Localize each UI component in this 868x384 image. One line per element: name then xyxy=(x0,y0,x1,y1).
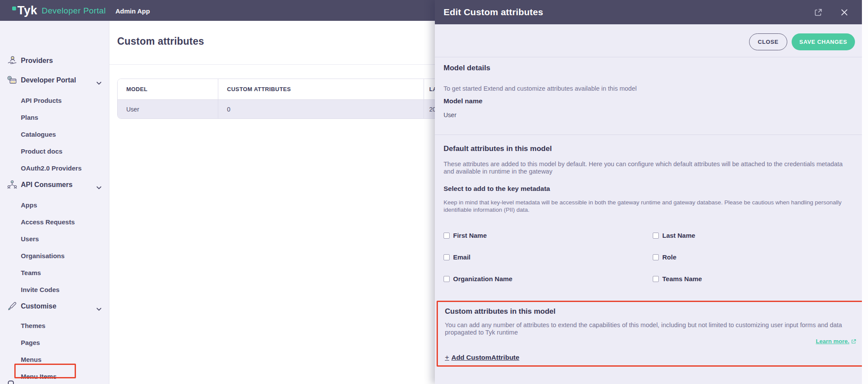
app-window: Tyk Developer Portal Admin App Providers xyxy=(0,0,868,384)
chevron-down-icon xyxy=(96,79,102,87)
checkbox-teams-name[interactable]: Teams Name xyxy=(653,275,702,282)
providers-icon xyxy=(6,55,18,66)
sidebar-item-label: Themes xyxy=(21,322,46,329)
custom-attributes-description: You can add any number of attributes to … xyxy=(445,322,855,336)
cell-model: User xyxy=(118,100,218,118)
learn-more-link[interactable]: Learn more. xyxy=(816,338,856,345)
edit-drawer: Edit Custom attributes CLOSE SAVE CHANGE… xyxy=(435,0,868,384)
default-attributes-heading: Default attributes in this model xyxy=(444,144,552,153)
checkbox-label: Last Name xyxy=(662,232,695,239)
checkbox-icon[interactable] xyxy=(653,233,659,239)
drawer-action-bar: CLOSE SAVE CHANGES xyxy=(749,33,855,50)
close-icon[interactable] xyxy=(839,7,849,17)
checkbox-last-name[interactable]: Last Name xyxy=(653,232,695,239)
sidebar-item-developer-portal[interactable]: Developer Portal xyxy=(0,75,109,85)
sidebar-item-users[interactable]: Users xyxy=(0,233,109,244)
checkbox-icon[interactable] xyxy=(653,276,659,282)
sidebar-item-teams[interactable]: Teams xyxy=(0,267,109,278)
custom-attributes-heading: Custom attributes in this model xyxy=(445,307,556,316)
sidebar-item-pages[interactable]: Pages xyxy=(0,337,109,348)
sidebar-item-menus[interactable]: Menus xyxy=(0,354,109,364)
divider xyxy=(435,135,862,135)
sidebar-item-label: Catalogues xyxy=(21,131,56,138)
learn-more-label: Learn more. xyxy=(816,338,849,345)
checkbox-email[interactable]: Email xyxy=(444,253,470,261)
sidebar-item-label: Product docs xyxy=(21,148,62,155)
sidebar-item-apps[interactable]: Apps xyxy=(0,200,109,210)
sidebar-item-providers[interactable]: Providers xyxy=(0,56,109,66)
checkbox-icon[interactable] xyxy=(444,276,450,282)
model-name-value: User xyxy=(444,112,457,118)
sidebar-item-label: Organisations xyxy=(21,252,65,259)
add-custom-attribute-button[interactable]: + Add CustomAttribute xyxy=(445,353,519,362)
checkbox-role[interactable]: Role xyxy=(653,253,677,261)
sidebar: Providers Developer Portal API Products xyxy=(0,21,109,384)
checkbox-icon[interactable] xyxy=(444,254,450,260)
sidebar-item-themes[interactable]: Themes xyxy=(0,320,109,331)
drawer-header: Edit Custom attributes xyxy=(435,0,862,24)
checkbox-icon[interactable] xyxy=(444,233,450,239)
add-custom-attribute-label: Add CustomAttribute xyxy=(451,354,519,361)
close-button[interactable]: CLOSE xyxy=(749,33,787,50)
drawer-scrollbar[interactable] xyxy=(862,0,868,384)
key-metadata-note: Keep in mind that key-level metadata wil… xyxy=(444,199,852,213)
sidebar-item-label: Menus xyxy=(21,356,42,363)
tyk-logo-square-icon xyxy=(12,7,16,10)
sidebar-item-label: API Consumers xyxy=(21,181,72,189)
sidebar-item-api-products[interactable]: API Products xyxy=(0,95,109,105)
sidebar-item-catalogues[interactable]: Catalogues xyxy=(0,129,109,139)
sidebar-item-menu-items[interactable]: Menu Items xyxy=(0,371,109,381)
key-metadata-subheading: Select to add to the key metadata xyxy=(444,185,550,193)
sidebar-item-product-docs[interactable]: Product docs xyxy=(0,146,109,156)
sidebar-item-label: Developer Portal xyxy=(21,76,76,84)
sidebar-item-label: Providers xyxy=(21,57,53,65)
model-name-label: Model name xyxy=(444,97,483,105)
drawer-title: Edit Custom attributes xyxy=(444,7,543,17)
checkbox-first-name[interactable]: First Name xyxy=(444,232,487,239)
sidebar-item-label: Invite Codes xyxy=(21,286,59,293)
sidebar-item-api-consumers[interactable]: API Consumers xyxy=(0,180,109,190)
sidebar-item-plans[interactable]: Plans xyxy=(0,112,109,122)
chevron-down-icon xyxy=(96,184,102,191)
sidebar-item-label: OAuth2.0 Providers xyxy=(21,164,82,172)
checkbox-icon[interactable] xyxy=(653,254,659,260)
chevron-down-icon xyxy=(96,305,102,313)
customise-icon xyxy=(6,301,18,312)
developer-portal-icon xyxy=(6,75,18,86)
column-header-custom-attributes[interactable]: CUSTOM ATTRIBUTES xyxy=(218,79,424,99)
tyk-logo[interactable]: Tyk Developer Portal xyxy=(12,4,106,17)
table-row[interactable]: User 0 20 xyxy=(118,99,460,118)
open-in-new-tab-icon[interactable] xyxy=(813,7,823,17)
sidebar-item-label: Menu Items xyxy=(21,373,57,380)
divider xyxy=(435,57,862,57)
checkbox-label: First Name xyxy=(453,232,487,239)
sidebar-item-customise[interactable]: Customise xyxy=(0,301,109,312)
external-link-icon xyxy=(851,339,856,344)
checkbox-label: Role xyxy=(662,253,677,261)
sidebar-item-label: Teams xyxy=(21,269,41,276)
divider xyxy=(109,64,435,65)
sidebar-item-oauth-providers[interactable]: OAuth2.0 Providers xyxy=(0,163,109,173)
sidebar-item-label: Customise xyxy=(21,302,56,310)
page-title: Custom attributes xyxy=(117,36,204,47)
save-changes-button[interactable]: SAVE CHANGES xyxy=(792,33,855,50)
sidebar-item-access-requests[interactable]: Access Requests xyxy=(0,217,109,227)
column-header-model[interactable]: MODEL xyxy=(118,79,218,99)
checkbox-label: Email xyxy=(453,253,470,261)
sidebar-item-label: Apps xyxy=(21,201,37,209)
default-attributes-description: These attributes are added to this model… xyxy=(444,161,852,175)
sidebar-item-label: Pages xyxy=(21,339,40,346)
checkbox-organization-name[interactable]: Organization Name xyxy=(444,275,513,282)
tyk-logo-text: Tyk xyxy=(17,4,37,17)
sidebar-item-label: Users xyxy=(21,235,39,243)
models-table: MODEL CUSTOM ATTRIBUTES LA User 0 20 xyxy=(117,79,460,119)
sidebar-item-label: Access Requests xyxy=(21,218,75,226)
checkbox-label: Organization Name xyxy=(453,275,513,282)
sidebar-item-label: API Products xyxy=(21,97,62,104)
api-consumers-icon xyxy=(6,179,18,190)
partial-icon xyxy=(8,381,14,384)
table-header-row: MODEL CUSTOM ATTRIBUTES LA xyxy=(118,79,460,99)
sidebar-item-invite-codes[interactable]: Invite Codes xyxy=(0,284,109,295)
sidebar-item-organisations[interactable]: Organisations xyxy=(0,250,109,261)
sidebar-item-label: Plans xyxy=(21,114,38,121)
